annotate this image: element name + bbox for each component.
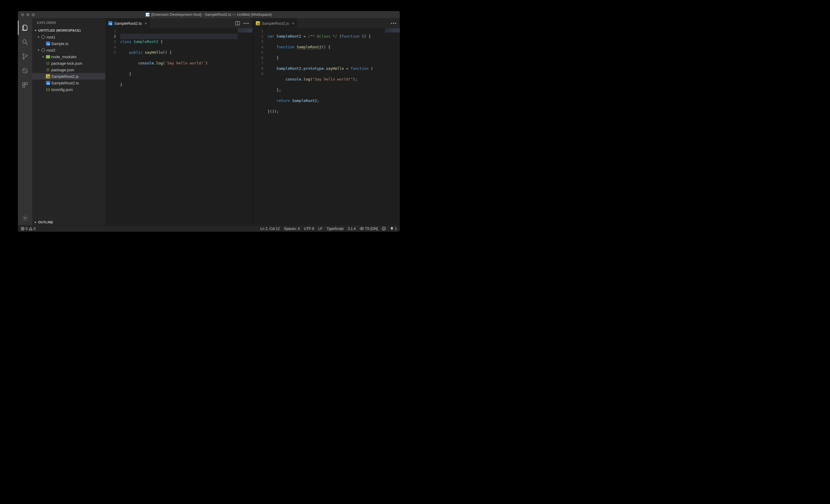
- code-editor-right[interactable]: 1 2 3 4 5 6 7 8 9 var SampleRoot2 = /** …: [253, 28, 400, 225]
- code-content[interactable]: var SampleRoot2 = /** @class */ (functio…: [268, 28, 400, 225]
- line-gutter: 1 2 3 4 5 6 7 8 9: [253, 28, 268, 225]
- file-package-json[interactable]: ⬡ package.json: [32, 66, 105, 73]
- status-indent[interactable]: Spaces: 4: [284, 227, 299, 231]
- status-notifications[interactable]: 1: [390, 227, 397, 231]
- file-label: package-lock.json: [51, 61, 82, 66]
- folder-label: root1: [46, 35, 56, 39]
- svg-point-18: [382, 227, 385, 230]
- explorer-activity[interactable]: [18, 21, 32, 35]
- chevron-right-icon: ▸: [33, 221, 38, 224]
- chevron-down-icon: ▾: [33, 29, 38, 32]
- svg-point-0: [23, 40, 26, 43]
- settings-activity[interactable]: [18, 211, 32, 225]
- typescript-file-icon: TS: [108, 21, 113, 25]
- editor-area: TS SampleRoot2.ts × ••• 1 2 3 4 5 class …: [105, 18, 400, 225]
- tab-label: SampleRoot2.ts: [114, 21, 142, 26]
- file-label: Sample.ts: [51, 41, 69, 46]
- svg-rect-8: [25, 83, 27, 85]
- close-icon[interactable]: ×: [292, 21, 294, 26]
- folder-label: node_modules: [51, 55, 76, 59]
- debug-activity[interactable]: [18, 64, 32, 78]
- titlebar[interactable]: TS [Extension Development Host] - Sample…: [18, 11, 400, 18]
- line-gutter: 1 2 3 4 5: [105, 28, 120, 225]
- status-language[interactable]: TypeScript: [327, 227, 344, 231]
- search-icon: [22, 38, 29, 45]
- vscode-window: TS [Extension Development Host] - Sample…: [18, 11, 400, 232]
- svg-rect-7: [23, 83, 25, 85]
- status-problems[interactable]: 0 0: [21, 227, 35, 231]
- workspace-section-header[interactable]: ▾ UNTITLED (WORKSPACE): [32, 27, 105, 34]
- extensions-icon: [22, 82, 29, 89]
- warning-icon: [29, 227, 32, 230]
- chevron-down-icon: ▾: [36, 35, 40, 38]
- typescript-file-icon: TS: [46, 81, 50, 85]
- file-label: tsconfig.json: [51, 87, 73, 92]
- folder-root1[interactable]: ▾ root1: [32, 34, 105, 40]
- sidebar-title: EXPLORER: [32, 18, 105, 27]
- file-label: SampleRoot2.ts: [51, 81, 79, 85]
- file-sample-ts[interactable]: TS Sample.ts: [32, 40, 105, 47]
- workspace-name: UNTITLED (WORKSPACE): [38, 29, 81, 32]
- more-icon[interactable]: •••: [244, 21, 250, 26]
- file-label: package.json: [51, 68, 74, 72]
- file-tree: ▾ root1 TS Sample.ts ▾ root2 ▸ node_modu…: [32, 34, 105, 219]
- git-branch-icon: [22, 53, 29, 60]
- tab-label: SampleRoot2.js: [262, 21, 289, 26]
- bug-icon: [22, 67, 29, 74]
- file-sampleroot2-js[interactable]: JS SampleRoot2.js: [32, 73, 105, 80]
- javascript-file-icon: JS: [46, 74, 50, 78]
- outline-section-header[interactable]: ▸ OUTLINE: [32, 219, 105, 225]
- svg-rect-9: [23, 85, 25, 87]
- window-title-text: [Extension Development Host] - SampleRoo…: [151, 12, 272, 17]
- status-feedback[interactable]: [382, 227, 386, 230]
- tab-sampleroot2-js[interactable]: JS SampleRoot2.js ×: [253, 18, 297, 28]
- json-file-icon: ⬡: [46, 61, 50, 65]
- json-file-icon: { }: [46, 87, 50, 92]
- ts-file-icon: TS: [146, 13, 149, 17]
- svg-point-20: [384, 228, 385, 228]
- explorer-sidebar: EXPLORER ▾ UNTITLED (WORKSPACE) ▾ root1 …: [32, 18, 105, 225]
- code-content[interactable]: class SampleRoot2 { public sayHello() { …: [120, 28, 253, 225]
- root-folder-icon: [41, 35, 45, 39]
- more-icon[interactable]: •••: [391, 21, 397, 26]
- folder-icon: [46, 55, 50, 59]
- bell-icon: [390, 227, 394, 230]
- typescript-file-icon: TS: [46, 41, 50, 45]
- root-folder-icon: [41, 48, 45, 52]
- close-icon[interactable]: ×: [145, 21, 147, 26]
- status-eol[interactable]: LF: [318, 227, 323, 231]
- code-editor-left[interactable]: 1 2 3 4 5 class SampleRoot2 { public say…: [105, 28, 253, 225]
- status-cursor[interactable]: Ln 2, Col 12: [260, 227, 280, 231]
- gear-icon: [22, 215, 28, 221]
- status-ts-mode[interactable]: TS [ON]: [360, 227, 378, 231]
- eye-icon: [360, 227, 364, 230]
- files-icon: [22, 24, 29, 31]
- search-activity[interactable]: [18, 35, 32, 49]
- scm-activity[interactable]: [18, 49, 32, 64]
- status-encoding[interactable]: UTF-8: [304, 227, 314, 231]
- svg-point-3: [23, 58, 25, 59]
- svg-line-1: [26, 43, 28, 45]
- file-label: SampleRoot2.js: [51, 74, 79, 79]
- svg-point-19: [383, 228, 384, 228]
- svg-point-4: [26, 55, 27, 56]
- smiley-icon: [382, 227, 386, 230]
- folder-root2[interactable]: ▾ root2: [32, 47, 105, 53]
- outline-label: OUTLINE: [38, 220, 53, 224]
- window-title: TS [Extension Development Host] - Sample…: [18, 12, 400, 17]
- tab-sampleroot2-ts[interactable]: TS SampleRoot2.ts ×: [105, 18, 150, 28]
- status-ts-version[interactable]: 3.1.4: [348, 227, 356, 231]
- activity-bar: [18, 18, 32, 225]
- error-icon: [21, 227, 25, 230]
- extensions-activity[interactable]: [18, 78, 32, 92]
- editor-group-left: TS SampleRoot2.ts × ••• 1 2 3 4 5 class …: [105, 18, 253, 225]
- folder-node-modules[interactable]: ▸ node_modules: [32, 53, 105, 60]
- file-package-lock[interactable]: ⬡ package-lock.json: [32, 60, 105, 66]
- file-tsconfig[interactable]: { } tsconfig.json: [32, 86, 105, 93]
- tab-bar-right: JS SampleRoot2.js × •••: [253, 18, 400, 28]
- split-editor-icon[interactable]: [235, 21, 240, 26]
- chevron-right-icon: ▸: [41, 55, 45, 58]
- svg-point-2: [23, 54, 25, 55]
- svg-line-6: [23, 69, 27, 73]
- file-sampleroot2-ts[interactable]: TS SampleRoot2.ts: [32, 80, 105, 86]
